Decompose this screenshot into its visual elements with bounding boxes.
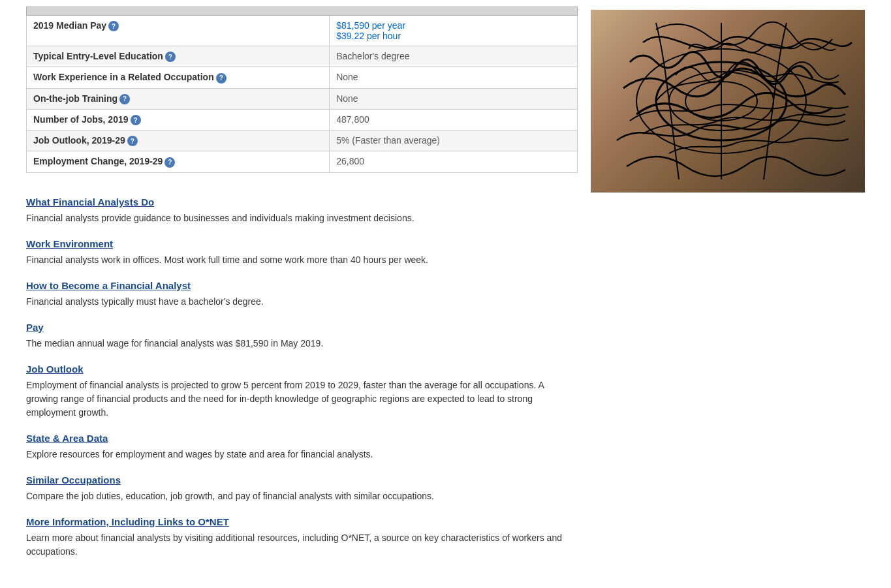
section-similar-occupations: Similar OccupationsCompare the job dutie…	[26, 464, 578, 503]
section-desc-state-area-data: Explore resources for employment and wag…	[26, 448, 578, 461]
table-label-6: Employment Change, 2019-29?	[27, 151, 330, 172]
quick-facts-table: 2019 Median Pay?$81,590 per year$39.22 p…	[26, 7, 578, 173]
table-label-2: Work Experience in a Related Occupation?	[27, 67, 330, 88]
section-desc-pay: The median annual wage for financial ana…	[26, 337, 578, 350]
section-desc-job-outlook: Employment of financial analysts is proj…	[26, 379, 578, 420]
section-link-how-to-become[interactable]: How to Become a Financial Analyst	[26, 280, 191, 291]
section-desc-similar-occupations: Compare the job duties, education, job g…	[26, 489, 578, 503]
table-label-5: Job Outlook, 2019-29?	[27, 131, 330, 151]
info-icon-6[interactable]: ?	[164, 157, 175, 168]
sidebar	[591, 7, 865, 561]
section-how-to-become: How to Become a Financial AnalystFinanci…	[26, 270, 578, 309]
info-icon-4[interactable]: ?	[131, 115, 141, 125]
table-label-1: Typical Entry-Level Education?	[27, 46, 330, 67]
section-desc-what-financial-analysts-do: Financial analysts provide guidance to b…	[26, 211, 578, 225]
section-desc-how-to-become: Financial analysts typically must have a…	[26, 295, 578, 309]
table-value-5: 5% (Faster than average)	[330, 131, 578, 151]
info-icon-1[interactable]: ?	[165, 52, 176, 62]
table-value-3: None	[330, 88, 578, 109]
table-value-0: $81,590 per year$39.22 per hour	[330, 16, 578, 46]
info-icon-3[interactable]: ?	[119, 94, 130, 104]
section-job-outlook: Job OutlookEmployment of financial analy…	[26, 353, 578, 420]
info-icon-2[interactable]: ?	[216, 73, 227, 84]
sidebar-image	[591, 10, 865, 193]
table-title	[27, 7, 578, 16]
section-link-state-area-data[interactable]: State & Area Data	[26, 433, 108, 444]
section-desc-more-information: Learn more about financial analysts by v…	[26, 531, 578, 559]
section-work-environment: Work EnvironmentFinancial analysts work …	[26, 228, 578, 267]
section-more-information: More Information, Including Links to O*N…	[26, 506, 578, 559]
section-what-financial-analysts-do: What Financial Analysts DoFinancial anal…	[26, 186, 578, 225]
section-link-similar-occupations[interactable]: Similar Occupations	[26, 474, 121, 486]
table-label-4: Number of Jobs, 2019?	[27, 109, 330, 130]
table-value-4: 487,800	[330, 109, 578, 130]
section-link-work-environment[interactable]: Work Environment	[26, 238, 113, 249]
info-icon-0[interactable]: ?	[108, 21, 119, 31]
page-container: 2019 Median Pay?$81,590 per year$39.22 p…	[0, 0, 891, 568]
section-state-area-data: State & Area DataExplore resources for e…	[26, 422, 578, 461]
scribble-overlay	[591, 10, 865, 193]
info-icon-5[interactable]: ?	[127, 136, 138, 146]
table-label-0: 2019 Median Pay?	[27, 16, 330, 46]
section-link-pay[interactable]: Pay	[26, 322, 44, 333]
section-link-what-financial-analysts-do[interactable]: What Financial Analysts Do	[26, 196, 154, 208]
table-label-3: On-the-job Training?	[27, 88, 330, 109]
table-value-6: 26,800	[330, 151, 578, 172]
main-content: 2019 Median Pay?$81,590 per year$39.22 p…	[26, 7, 578, 561]
section-link-more-information[interactable]: More Information, Including Links to O*N…	[26, 516, 229, 527]
section-pay: PayThe median annual wage for financial …	[26, 311, 578, 350]
section-link-job-outlook[interactable]: Job Outlook	[26, 364, 84, 375]
table-value-2: None	[330, 67, 578, 88]
table-value-1: Bachelor's degree	[330, 46, 578, 67]
sections-container: What Financial Analysts DoFinancial anal…	[26, 186, 578, 559]
section-desc-work-environment: Financial analysts work in offices. Most…	[26, 253, 578, 267]
